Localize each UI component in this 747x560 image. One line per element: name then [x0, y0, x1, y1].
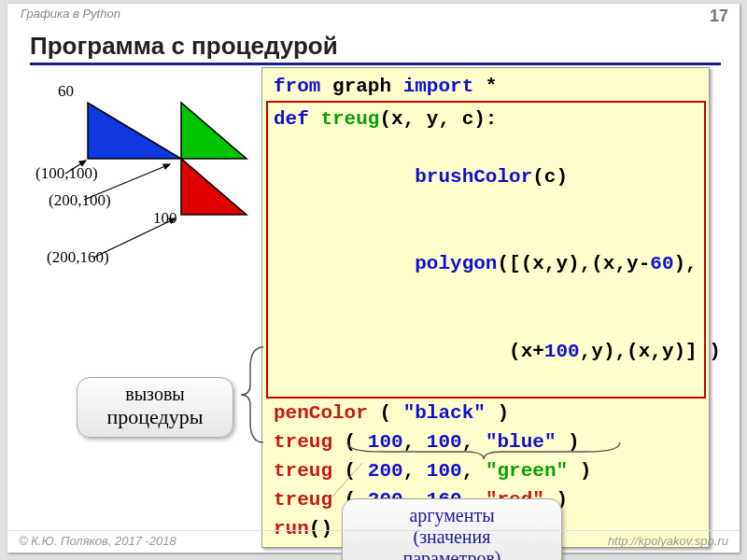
code-line-1: from graph import * [274, 72, 703, 101]
footer-left: © К.Ю. Поляков, 2017 -2018 [19, 534, 176, 548]
code-def-box: def treug(x, y, c): brushColor(c) polygo… [266, 101, 706, 399]
diagram-label-60: 60 [58, 82, 74, 101]
code-panel: from graph import * def treug(x, y, c): … [261, 67, 710, 548]
slide-footer: © К.Ю. Поляков, 2017 -2018 http://kpolya… [7, 530, 740, 551]
slide-header: Графика в Python 17 [7, 4, 740, 26]
slide: Графика в Python 17 Программа с процедур… [7, 4, 740, 553]
brace-calls [237, 343, 265, 446]
footer-right: http://kpolyakov.spb.ru [608, 534, 728, 548]
code-line-5: (x+100,y),(x,y)] ) [274, 308, 698, 395]
diagram-label-p2: (200,100) [49, 191, 111, 210]
slide-title: Программа с процедурой [30, 32, 721, 65]
callout-args-tail [331, 461, 368, 498]
triangle-diagram: 60 (100,100) (200,100) 100 (200,160) [30, 73, 254, 315]
diagram-label-p3: (200,160) [47, 248, 109, 267]
subject-label: Графика в Python [21, 7, 120, 21]
code-line-6: penColor ( "black" ) [274, 399, 703, 427]
diagram-label-p1: (100,100) [35, 164, 98, 183]
code-line-2: def treug(x, y, c): [274, 105, 698, 133]
callout-args-line1: аргументы [358, 505, 546, 526]
code-line-4: polygon([(x,y),(x,y-60), [274, 220, 698, 307]
code-line-3: brushColor(c) [274, 133, 698, 220]
diagram-label-100: 100 [153, 209, 177, 228]
page-number: 17 [710, 7, 728, 26]
callout-args: аргументы (значения параметров) [342, 498, 562, 560]
callout-calls-line2: процедуры [92, 405, 218, 429]
callout-calls-line1: вызовы [92, 384, 218, 405]
callout-calls: вызовы процедуры [77, 377, 233, 438]
content-area: 60 (100,100) (200,100) 100 (200,160) fro… [7, 67, 740, 315]
brace-args [344, 439, 624, 461]
